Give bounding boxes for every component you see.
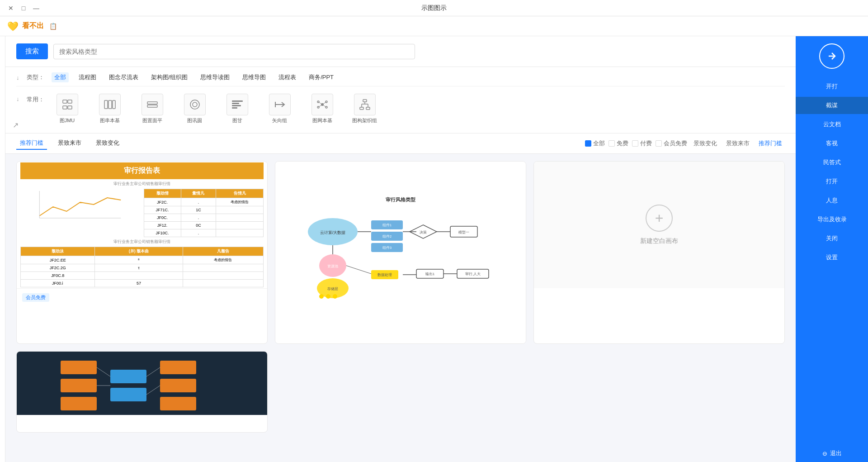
sidebar-item-民答式[interactable]: 民答式 bbox=[796, 154, 868, 171]
sidebar-item-preview[interactable]: 客视 bbox=[796, 135, 868, 152]
minimize-icon[interactable]: — bbox=[33, 5, 40, 12]
sort-newest[interactable]: 景致变化 bbox=[691, 138, 720, 148]
type-filter-row: ↓ 类型： 全部 流程图 图念尽流表 架构图/组织图 思维导读图 思维导图 流程… bbox=[16, 72, 785, 82]
svg-rect-3 bbox=[68, 106, 72, 109]
template-card-flow2[interactable] bbox=[16, 351, 268, 433]
cat-network-label: 图网本基 bbox=[312, 117, 332, 124]
filter-type-ppt[interactable]: 商务/PPT bbox=[306, 72, 336, 82]
sidebar-item-cloud[interactable]: 云文档 bbox=[796, 116, 868, 133]
forward-button[interactable] bbox=[819, 43, 844, 69]
svg-text:审行,人大: 审行,人大 bbox=[465, 272, 481, 276]
sidebar-item-info[interactable]: 人息 bbox=[796, 192, 868, 209]
logo-sub-icon[interactable]: 📋 bbox=[49, 23, 57, 30]
sidebar-item-settings[interactable]: 设置 bbox=[796, 249, 868, 266]
svg-point-9 bbox=[190, 100, 199, 109]
svg-rect-27 bbox=[360, 107, 363, 110]
maximize-icon[interactable]: □ bbox=[20, 5, 27, 12]
filter-all-check[interactable]: 全部 bbox=[585, 139, 605, 148]
sidebar-item-打开[interactable]: 打开 bbox=[796, 173, 868, 190]
svg-text:组件3: 组件3 bbox=[382, 246, 392, 250]
cat-circular-icon bbox=[184, 94, 206, 115]
filter-paid-check[interactable]: 付费 bbox=[632, 139, 652, 148]
filter-member-check[interactable]: 会员免费 bbox=[656, 139, 687, 148]
cat-umj[interactable]: 图JMU bbox=[52, 94, 83, 124]
cat-gantt[interactable]: 图甘 bbox=[222, 94, 253, 124]
svg-line-25 bbox=[322, 105, 326, 107]
svg-rect-28 bbox=[366, 107, 370, 110]
filter-type-flow2[interactable]: 流程表 bbox=[276, 72, 299, 82]
filter-divider bbox=[16, 86, 785, 86]
svg-rect-0 bbox=[63, 100, 67, 103]
search-bar: 搜索 bbox=[5, 36, 796, 67]
sidebar-item-export[interactable]: 导出及收录 bbox=[796, 211, 868, 228]
close-icon[interactable]: ✕ bbox=[7, 5, 14, 12]
free-checkbox[interactable] bbox=[609, 140, 615, 147]
svg-line-23 bbox=[322, 102, 326, 105]
filter-free-check[interactable]: 免费 bbox=[609, 139, 628, 148]
filter-type-arch[interactable]: 架构图/组织图 bbox=[148, 72, 191, 82]
cat-basic-serial-icon bbox=[99, 94, 121, 115]
search-input[interactable] bbox=[53, 44, 415, 59]
sidebar-logout[interactable]: ⊖ 退出 bbox=[796, 445, 868, 462]
sidebar-item-close[interactable]: 关闭 bbox=[796, 230, 868, 247]
sidebar-item-screenshot[interactable]: 截谋 bbox=[796, 97, 868, 114]
template-card-flow[interactable]: 审行风格类型 云计算/大数据 组件1 组件2 bbox=[275, 161, 526, 344]
svg-rect-1 bbox=[68, 100, 72, 103]
paid-checkbox[interactable] bbox=[632, 140, 638, 147]
cat-flat-layout[interactable]: 图置面平 bbox=[137, 94, 168, 124]
cat-arrow[interactable]: 矢向组 bbox=[264, 94, 296, 124]
template-card-blank[interactable]: + 新建空白画布 bbox=[533, 161, 785, 344]
template-card-annual[interactable]: 审行报告表 审行业务主审公司销售额审行情 颓劲 bbox=[16, 161, 268, 344]
filter-type-flowchart[interactable]: 流程图 bbox=[76, 72, 99, 82]
svg-text:决策: 决策 bbox=[420, 230, 427, 234]
sidebar-item-open[interactable]: 开打 bbox=[796, 78, 868, 95]
expand-icon[interactable]: ↗ bbox=[13, 121, 19, 129]
card-footer-flow: 0 ♡ 1 👍 11 👁 小小 🍪 bbox=[275, 343, 526, 344]
search-button[interactable]: 搜索 bbox=[16, 43, 48, 59]
left-sidebar bbox=[0, 36, 5, 462]
use-label: 常用： bbox=[27, 95, 44, 104]
annual-tag: 会员免费 bbox=[22, 293, 49, 302]
member-checkbox[interactable] bbox=[656, 140, 662, 147]
svg-text:数据处理: 数据处理 bbox=[377, 273, 392, 277]
tabs-row: 推荐门槛 景致来市 景致变化 全部 免费 付费 会员免费 bbox=[5, 133, 796, 154]
logo-text[interactable]: 看不出 bbox=[22, 21, 44, 31]
svg-rect-4 bbox=[104, 100, 108, 109]
cat-circular[interactable]: 图讯圆 bbox=[179, 94, 211, 124]
svg-rect-2 bbox=[63, 106, 67, 109]
svg-point-65 bbox=[326, 294, 330, 299]
logo-area: 💛 看不出 📋 bbox=[7, 21, 57, 32]
sort-popular[interactable]: 景致来市 bbox=[723, 138, 752, 148]
template-grid: 审行报告表 审行业务主审公司销售额审行情 颓劲 bbox=[5, 154, 796, 462]
cat-org[interactable]: 图构架织组 bbox=[349, 94, 381, 124]
filter-type-mindread[interactable]: 思维导读图 bbox=[198, 72, 232, 82]
use-collapse-icon[interactable]: ↓ bbox=[16, 95, 19, 102]
filter-type-all[interactable]: 全部 bbox=[52, 72, 69, 82]
tab-landscape[interactable]: 景致来市 bbox=[54, 137, 85, 150]
logo-icon: 💛 bbox=[7, 21, 19, 32]
filter-type-mindguide[interactable]: 思维导图 bbox=[240, 72, 269, 82]
tab-recommended[interactable]: 推荐门槛 bbox=[16, 137, 47, 150]
svg-rect-5 bbox=[108, 100, 112, 109]
template-preview-flow2 bbox=[17, 352, 267, 415]
cat-network-icon bbox=[311, 94, 333, 115]
svg-rect-13 bbox=[232, 105, 241, 106]
svg-point-64 bbox=[319, 294, 324, 299]
svg-rect-70 bbox=[61, 397, 97, 410]
type-collapse-icon[interactable]: ↓ bbox=[16, 74, 19, 81]
cat-arrow-label: 矢向组 bbox=[272, 117, 287, 124]
sort-recommended[interactable]: 推荐门槛 bbox=[756, 138, 785, 148]
cat-network[interactable]: 图网本基 bbox=[307, 94, 338, 124]
svg-text:组件2: 组件2 bbox=[382, 234, 392, 238]
svg-rect-26 bbox=[363, 100, 367, 102]
filter-type-mindmap[interactable]: 图念尽流表 bbox=[106, 72, 141, 82]
cat-org-icon bbox=[354, 94, 376, 115]
blank-plus-icon: + bbox=[646, 205, 673, 232]
all-checkbox[interactable] bbox=[585, 140, 591, 147]
cat-gantt-icon bbox=[226, 94, 248, 115]
cat-basic-serial[interactable]: 图串本基 bbox=[94, 94, 126, 124]
tab-change[interactable]: 景致变化 bbox=[92, 137, 123, 150]
cat-umj-icon bbox=[57, 94, 78, 115]
template-preview-flow: 审行风格类型 云计算/大数据 组件1 组件2 bbox=[275, 162, 526, 343]
cat-umj-label: 图JMU bbox=[60, 117, 75, 124]
